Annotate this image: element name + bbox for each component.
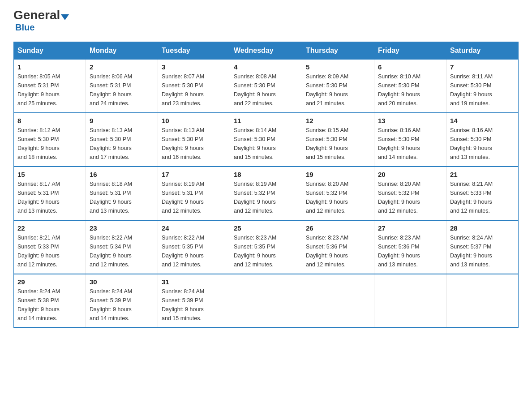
week-row-3: 15Sunrise: 8:17 AMSunset: 5:31 PMDayligh…: [14, 167, 519, 220]
day-number: 4: [234, 63, 298, 71]
day-number: 5: [306, 63, 370, 71]
day-info: Sunrise: 8:11 AMSunset: 5:30 PMDaylight:…: [450, 72, 515, 108]
day-number: 27: [378, 224, 442, 232]
day-cell: 11Sunrise: 8:14 AMSunset: 5:30 PMDayligh…: [230, 113, 302, 167]
day-number: 31: [162, 278, 226, 286]
day-info: Sunrise: 8:07 AMSunset: 5:30 PMDaylight:…: [162, 72, 226, 108]
page-header: General Blue: [13, 9, 519, 33]
day-info: Sunrise: 8:06 AMSunset: 5:31 PMDaylight:…: [90, 72, 154, 108]
day-info: Sunrise: 8:08 AMSunset: 5:30 PMDaylight:…: [234, 72, 298, 108]
day-number: 22: [17, 224, 82, 232]
day-info: Sunrise: 8:21 AMSunset: 5:33 PMDaylight:…: [17, 233, 82, 269]
day-info: Sunrise: 8:20 AMSunset: 5:32 PMDaylight:…: [378, 180, 442, 215]
logo: General Blue: [13, 9, 69, 33]
day-cell: 10Sunrise: 8:13 AMSunset: 5:30 PMDayligh…: [158, 113, 230, 167]
day-number: 15: [17, 171, 82, 178]
day-cell: 13Sunrise: 8:16 AMSunset: 5:30 PMDayligh…: [374, 113, 446, 167]
day-cell: 29Sunrise: 8:24 AMSunset: 5:38 PMDayligh…: [14, 274, 86, 328]
day-cell: 27Sunrise: 8:23 AMSunset: 5:36 PMDayligh…: [374, 220, 446, 274]
day-number: 30: [90, 278, 154, 286]
day-cell: 2Sunrise: 8:06 AMSunset: 5:31 PMDaylight…: [86, 60, 158, 113]
day-cell: 9Sunrise: 8:13 AMSunset: 5:30 PMDaylight…: [86, 113, 158, 167]
day-cell: [446, 274, 519, 328]
day-info: Sunrise: 8:24 AMSunset: 5:39 PMDaylight:…: [90, 287, 154, 323]
day-number: 9: [90, 117, 154, 124]
day-info: Sunrise: 8:05 AMSunset: 5:31 PMDaylight:…: [17, 72, 82, 108]
header-friday: Friday: [374, 42, 446, 60]
logo-general: General: [13, 9, 69, 21]
day-cell: 6Sunrise: 8:10 AMSunset: 5:30 PMDaylight…: [374, 60, 446, 113]
day-number: 14: [450, 117, 515, 124]
day-info: Sunrise: 8:21 AMSunset: 5:33 PMDaylight:…: [450, 180, 515, 215]
day-number: 12: [306, 117, 370, 124]
day-info: Sunrise: 8:24 AMSunset: 5:39 PMDaylight:…: [162, 287, 226, 323]
day-number: 26: [306, 224, 370, 232]
day-cell: 15Sunrise: 8:17 AMSunset: 5:31 PMDayligh…: [14, 167, 86, 220]
day-info: Sunrise: 8:18 AMSunset: 5:31 PMDaylight:…: [90, 180, 154, 215]
day-info: Sunrise: 8:23 AMSunset: 5:36 PMDaylight:…: [306, 233, 370, 269]
day-cell: 16Sunrise: 8:18 AMSunset: 5:31 PMDayligh…: [86, 167, 158, 220]
calendar-table: SundayMondayTuesdayWednesdayThursdayFrid…: [13, 42, 519, 328]
header-saturday: Saturday: [446, 42, 519, 60]
day-number: 1: [17, 63, 82, 71]
day-cell: 12Sunrise: 8:15 AMSunset: 5:30 PMDayligh…: [302, 113, 374, 167]
day-info: Sunrise: 8:19 AMSunset: 5:32 PMDaylight:…: [234, 180, 298, 215]
day-number: 7: [450, 63, 515, 71]
day-info: Sunrise: 8:13 AMSunset: 5:30 PMDaylight:…: [162, 126, 226, 162]
day-number: 11: [234, 117, 298, 124]
week-row-2: 8Sunrise: 8:12 AMSunset: 5:30 PMDaylight…: [14, 113, 519, 167]
day-number: 2: [90, 63, 154, 71]
day-cell: 7Sunrise: 8:11 AMSunset: 5:30 PMDaylight…: [446, 60, 519, 113]
day-number: 6: [378, 63, 442, 71]
day-info: Sunrise: 8:19 AMSunset: 5:31 PMDaylight:…: [162, 180, 226, 215]
day-cell: 8Sunrise: 8:12 AMSunset: 5:30 PMDaylight…: [14, 113, 86, 167]
day-number: 3: [162, 63, 226, 71]
day-info: Sunrise: 8:24 AMSunset: 5:37 PMDaylight:…: [450, 233, 515, 269]
day-number: 28: [450, 224, 515, 232]
header-wednesday: Wednesday: [230, 42, 302, 60]
day-number: 13: [378, 117, 442, 124]
day-info: Sunrise: 8:16 AMSunset: 5:30 PMDaylight:…: [450, 126, 515, 162]
day-cell: 30Sunrise: 8:24 AMSunset: 5:39 PMDayligh…: [86, 274, 158, 328]
day-info: Sunrise: 8:15 AMSunset: 5:30 PMDaylight:…: [306, 126, 370, 162]
day-cell: 21Sunrise: 8:21 AMSunset: 5:33 PMDayligh…: [446, 167, 519, 220]
day-number: 17: [162, 171, 226, 178]
week-row-1: 1Sunrise: 8:05 AMSunset: 5:31 PMDaylight…: [14, 60, 519, 113]
day-info: Sunrise: 8:22 AMSunset: 5:35 PMDaylight:…: [162, 233, 226, 269]
day-info: Sunrise: 8:10 AMSunset: 5:30 PMDaylight:…: [378, 72, 442, 108]
day-number: 10: [162, 117, 226, 124]
day-info: Sunrise: 8:20 AMSunset: 5:32 PMDaylight:…: [306, 180, 370, 215]
day-number: 19: [306, 171, 370, 178]
day-info: Sunrise: 8:09 AMSunset: 5:30 PMDaylight:…: [306, 72, 370, 108]
day-cell: 25Sunrise: 8:23 AMSunset: 5:35 PMDayligh…: [230, 220, 302, 274]
week-row-4: 22Sunrise: 8:21 AMSunset: 5:33 PMDayligh…: [14, 220, 519, 274]
day-cell: 4Sunrise: 8:08 AMSunset: 5:30 PMDaylight…: [230, 60, 302, 113]
day-cell: 14Sunrise: 8:16 AMSunset: 5:30 PMDayligh…: [446, 113, 519, 167]
day-cell: 22Sunrise: 8:21 AMSunset: 5:33 PMDayligh…: [14, 220, 86, 274]
day-info: Sunrise: 8:23 AMSunset: 5:36 PMDaylight:…: [378, 233, 442, 269]
day-number: 24: [162, 224, 226, 232]
day-cell: 19Sunrise: 8:20 AMSunset: 5:32 PMDayligh…: [302, 167, 374, 220]
day-number: 20: [378, 171, 442, 178]
day-number: 29: [17, 278, 82, 286]
day-cell: 5Sunrise: 8:09 AMSunset: 5:30 PMDaylight…: [302, 60, 374, 113]
day-number: 18: [234, 171, 298, 178]
day-info: Sunrise: 8:22 AMSunset: 5:34 PMDaylight:…: [90, 233, 154, 269]
day-cell: 24Sunrise: 8:22 AMSunset: 5:35 PMDayligh…: [158, 220, 230, 274]
day-number: 23: [90, 224, 154, 232]
day-cell: [302, 274, 374, 328]
day-info: Sunrise: 8:16 AMSunset: 5:30 PMDaylight:…: [378, 126, 442, 162]
day-cell: 26Sunrise: 8:23 AMSunset: 5:36 PMDayligh…: [302, 220, 374, 274]
day-cell: [374, 274, 446, 328]
day-cell: 23Sunrise: 8:22 AMSunset: 5:34 PMDayligh…: [86, 220, 158, 274]
week-row-5: 29Sunrise: 8:24 AMSunset: 5:38 PMDayligh…: [14, 274, 519, 328]
day-number: 21: [450, 171, 515, 178]
header-row: SundayMondayTuesdayWednesdayThursdayFrid…: [14, 42, 519, 60]
day-info: Sunrise: 8:14 AMSunset: 5:30 PMDaylight:…: [234, 126, 298, 162]
header-monday: Monday: [86, 42, 158, 60]
header-thursday: Thursday: [302, 42, 374, 60]
header-sunday: Sunday: [14, 42, 86, 60]
day-info: Sunrise: 8:24 AMSunset: 5:38 PMDaylight:…: [17, 287, 82, 323]
day-cell: 3Sunrise: 8:07 AMSunset: 5:30 PMDaylight…: [158, 60, 230, 113]
day-info: Sunrise: 8:12 AMSunset: 5:30 PMDaylight:…: [17, 126, 82, 162]
